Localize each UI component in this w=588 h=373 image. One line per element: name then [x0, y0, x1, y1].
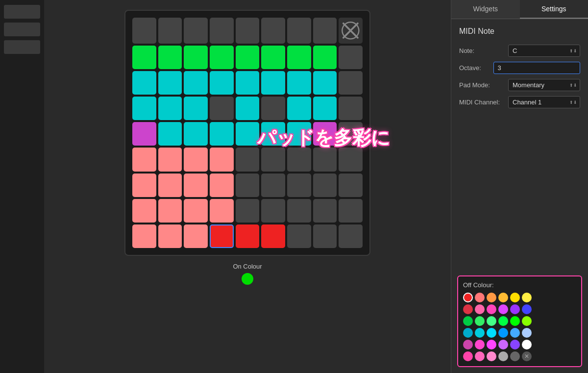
pad[interactable] [287, 97, 311, 120]
pad[interactable] [184, 71, 208, 95]
pad[interactable] [158, 97, 182, 120]
pad[interactable] [210, 174, 234, 197]
pad[interactable] [236, 122, 260, 146]
pad[interactable] [313, 174, 337, 197]
pad[interactable] [261, 224, 285, 248]
pad[interactable] [339, 174, 363, 197]
colour-dot[interactable] [510, 316, 520, 326]
octave-input[interactable] [493, 62, 580, 74]
colour-dot[interactable] [475, 351, 485, 361]
pad[interactable] [287, 18, 311, 44]
pad[interactable] [236, 97, 260, 120]
pad[interactable] [313, 122, 337, 146]
pad[interactable] [287, 46, 311, 69]
colour-dot[interactable] [487, 340, 496, 349]
colour-dot[interactable] [522, 340, 532, 349]
colour-dot[interactable] [522, 293, 532, 302]
colour-dot[interactable] [475, 340, 485, 349]
colour-dot[interactable] [463, 351, 473, 361]
pad[interactable] [236, 18, 260, 44]
pad[interactable] [132, 148, 156, 171]
pad[interactable] [313, 224, 337, 248]
pad[interactable] [261, 174, 285, 197]
pad[interactable] [287, 71, 311, 95]
launchpad-grid[interactable] [132, 18, 363, 248]
pad[interactable] [236, 71, 260, 95]
colour-dot[interactable] [463, 293, 473, 302]
pad[interactable] [184, 97, 208, 120]
pad[interactable] [158, 71, 182, 95]
pad[interactable] [339, 199, 363, 223]
pad[interactable] [287, 224, 311, 248]
pad[interactable] [158, 174, 182, 197]
colour-dot[interactable] [463, 316, 473, 326]
pad[interactable] [261, 199, 285, 223]
pad[interactable] [287, 174, 311, 197]
pad[interactable] [210, 46, 234, 69]
colour-dot[interactable] [522, 316, 532, 326]
pad[interactable] [158, 122, 182, 146]
pad[interactable] [339, 224, 363, 248]
pad[interactable] [261, 71, 285, 95]
pad[interactable] [339, 97, 363, 120]
pad[interactable] [339, 18, 363, 44]
colour-dot[interactable] [463, 328, 473, 338]
pad[interactable] [236, 148, 260, 171]
pad[interactable] [210, 71, 234, 95]
pad[interactable] [313, 18, 337, 44]
pad[interactable] [261, 46, 285, 69]
pad[interactable] [210, 122, 234, 146]
tab-settings[interactable]: Settings [520, 0, 588, 19]
pad[interactable] [313, 199, 337, 223]
pad[interactable] [339, 122, 363, 146]
pad[interactable] [132, 199, 156, 223]
pad[interactable] [339, 46, 363, 69]
pad[interactable] [184, 122, 208, 146]
pad[interactable] [184, 199, 208, 223]
pad[interactable] [236, 46, 260, 69]
pad[interactable] [261, 18, 285, 44]
colour-dot[interactable] [487, 351, 496, 361]
pad[interactable] [132, 97, 156, 120]
note-select[interactable]: CC#DD# EFF#G G#AA#B [508, 45, 580, 57]
pad[interactable] [184, 174, 208, 197]
sidebar-bar-2[interactable] [4, 23, 40, 36]
pad[interactable] [132, 174, 156, 197]
colour-dot[interactable] [475, 304, 485, 314]
pad[interactable] [132, 122, 156, 146]
pad[interactable] [158, 224, 182, 248]
pad[interactable] [313, 71, 337, 95]
colour-dot[interactable] [522, 328, 532, 338]
pad[interactable] [313, 46, 337, 69]
sidebar-bar-3[interactable] [4, 40, 40, 54]
colour-dot[interactable] [510, 293, 520, 302]
padmode-select[interactable]: MomentaryToggleGate [508, 79, 580, 91]
sidebar-bar-1[interactable] [4, 5, 40, 19]
colour-dot[interactable] [475, 316, 485, 326]
pad[interactable] [236, 199, 260, 223]
pad[interactable] [261, 97, 285, 120]
pad[interactable] [236, 224, 260, 248]
colour-dot[interactable] [487, 304, 496, 314]
pad[interactable] [158, 148, 182, 171]
pad[interactable] [313, 97, 337, 120]
colour-dot[interactable] [487, 293, 496, 302]
pad[interactable] [158, 199, 182, 223]
pad[interactable] [184, 224, 208, 248]
pad[interactable] [313, 148, 337, 171]
tab-widgets[interactable]: Widgets [451, 0, 520, 19]
colour-dot[interactable] [510, 328, 520, 338]
pad[interactable] [184, 18, 208, 44]
colour-dot[interactable] [463, 340, 473, 349]
pad[interactable] [210, 97, 234, 120]
colour-dot[interactable] [522, 304, 532, 314]
pad[interactable] [287, 122, 311, 146]
pad[interactable] [132, 46, 156, 69]
colour-dot[interactable] [475, 328, 485, 338]
colour-dot[interactable] [487, 328, 496, 338]
pad[interactable] [210, 224, 234, 248]
on-colour-dot[interactable] [242, 273, 253, 285]
midichannel-select[interactable]: Channel 1Channel 2Channel 3Channel 4 [508, 96, 580, 108]
pad[interactable] [261, 148, 285, 171]
pad[interactable] [339, 71, 363, 95]
